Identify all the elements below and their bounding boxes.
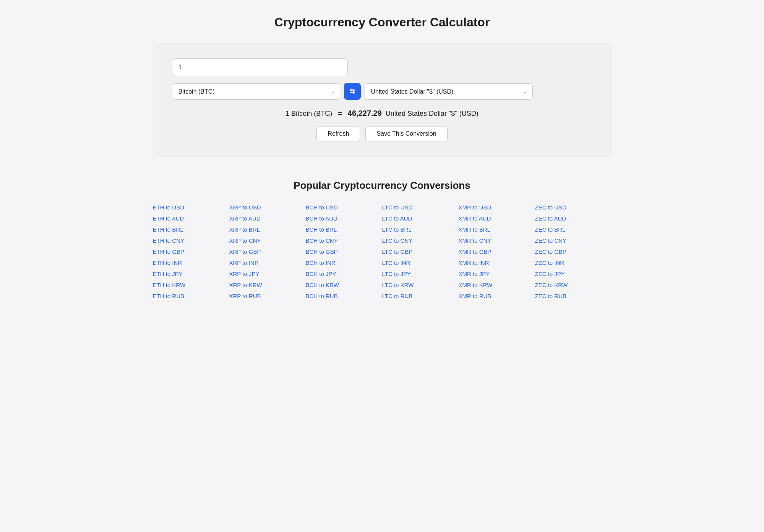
conversion-link[interactable]: XRP to CNY (229, 235, 306, 246)
conversion-link[interactable]: BCH to USD (306, 202, 382, 212)
conversion-link[interactable]: XMR to RUB (459, 291, 535, 301)
conversion-link[interactable]: LTC to BRL (382, 224, 459, 235)
conversion-link[interactable]: ZEC to BRL (535, 224, 612, 235)
conversion-link[interactable]: ZEC to RUB (535, 291, 612, 301)
conversion-link[interactable]: LTC to KRW (382, 280, 459, 290)
conversion-link[interactable]: XMR to USD (459, 202, 535, 212)
conversion-link[interactable]: XRP to BRL (229, 224, 306, 235)
result-from-text: 1 Bitcoin (BTC) (285, 110, 332, 117)
conversion-link[interactable]: ZEC to AUD (535, 213, 612, 224)
conversion-link[interactable]: LTC to JPY (382, 269, 459, 279)
conversion-link[interactable]: BCH to JPY (306, 269, 382, 279)
conversion-link[interactable]: ETH to USD (153, 202, 229, 212)
swap-button[interactable]: ⇆ (344, 83, 361, 100)
conversion-link[interactable]: BCH to INR (306, 258, 382, 268)
to-currency-select[interactable]: United States Dollar "$" (USD) (365, 83, 533, 100)
conversion-link[interactable]: ZEC to GBP (535, 247, 612, 257)
to-currency-wrapper: United States Dollar "$" (USD) ⌄ (365, 83, 533, 100)
conversion-link[interactable]: XRP to GBP (229, 247, 306, 257)
swap-icon: ⇆ (349, 87, 355, 96)
converter-card: Bitcoin (BTC) ⌄ ⇆ United States Dollar "… (153, 43, 612, 157)
from-currency-wrapper: Bitcoin (BTC) ⌄ (172, 83, 340, 100)
popular-section: Popular Cryptocurrency Conversions ETH t… (153, 180, 612, 301)
conversion-column-eth: ETH to USDETH to AUDETH to BRLETH to CNY… (153, 202, 229, 301)
conversion-link[interactable]: ETH to BRL (153, 224, 229, 235)
result-unit: United States Dollar "$" (USD) (384, 110, 479, 117)
result-row: 1 Bitcoin (BTC) = 46,227.29 United State… (172, 109, 592, 118)
conversion-link[interactable]: ETH to RUB (153, 291, 229, 301)
conversion-link[interactable]: ETH to GBP (153, 247, 229, 257)
conversion-link[interactable]: ETH to AUD (153, 213, 229, 224)
conversion-column-ltc: LTC to USDLTC to AUDLTC to BRLLTC to CNY… (382, 202, 459, 301)
page-title: Cryptocurrency Converter Calculator (23, 15, 741, 29)
conversion-link[interactable]: ETH to CNY (153, 235, 229, 246)
conversion-link[interactable]: BCH to BRL (306, 224, 382, 235)
conversion-link[interactable]: ZEC to INR (535, 258, 612, 268)
conversion-link[interactable]: ZEC to JPY (535, 269, 612, 279)
conversion-link[interactable]: XMR to CNY (459, 235, 535, 246)
conversion-link[interactable]: BCH to KRW (306, 280, 382, 290)
result-value: 46,227.29 (348, 109, 382, 117)
conversion-link[interactable]: ETH to KRW (153, 280, 229, 290)
conversion-link[interactable]: BCH to CNY (306, 235, 382, 246)
conversion-column-zec: ZEC to USDZEC to AUDZEC to BRLZEC to CNY… (535, 202, 612, 301)
result-equals: = (334, 110, 346, 117)
conversion-link[interactable]: XRP to JPY (229, 269, 306, 279)
from-currency-select[interactable]: Bitcoin (BTC) (172, 83, 340, 100)
conversion-link[interactable]: XMR to AUD (459, 213, 535, 224)
conversion-column-xmr: XMR to USDXMR to AUDXMR to BRLXMR to CNY… (459, 202, 535, 301)
selectors-row: Bitcoin (BTC) ⌄ ⇆ United States Dollar "… (172, 83, 592, 100)
conversion-link[interactable]: XRP to KRW (229, 280, 306, 290)
conversion-link[interactable]: ETH to INR (153, 258, 229, 268)
conversion-link[interactable]: XRP to RUB (229, 291, 306, 301)
conversion-link[interactable]: XMR to JPY (459, 269, 535, 279)
conversion-link[interactable]: LTC to CNY (382, 235, 459, 246)
conversion-link[interactable]: ETH to JPY (153, 269, 229, 279)
conversion-link[interactable]: ZEC to KRW (535, 280, 612, 290)
conversion-link[interactable]: BCH to AUD (306, 213, 382, 224)
refresh-button[interactable]: Refresh (316, 126, 360, 141)
conversion-link[interactable]: XRP to USD (229, 202, 306, 212)
conversion-link[interactable]: LTC to RUB (382, 291, 459, 301)
conversion-column-bch: BCH to USDBCH to AUDBCH to BRLBCH to CNY… (306, 202, 382, 301)
conversion-link[interactable]: LTC to GBP (382, 247, 459, 257)
conversion-link[interactable]: LTC to USD (382, 202, 459, 212)
conversion-link[interactable]: BCH to GBP (306, 247, 382, 257)
conversion-link[interactable]: XMR to INR (459, 258, 535, 268)
conversion-link[interactable]: ZEC to CNY (535, 235, 612, 246)
amount-input[interactable] (172, 58, 348, 76)
conversion-link[interactable]: XMR to BRL (459, 224, 535, 235)
conversion-link[interactable]: XRP to AUD (229, 213, 306, 224)
conversion-link[interactable]: ZEC to USD (535, 202, 612, 212)
conversion-link[interactable]: BCH to RUB (306, 291, 382, 301)
save-conversion-button[interactable]: Save This Conversion (365, 126, 447, 141)
conversions-grid: ETH to USDETH to AUDETH to BRLETH to CNY… (153, 202, 612, 301)
popular-title: Popular Cryptocurrency Conversions (153, 180, 612, 191)
conversion-column-xrp: XRP to USDXRP to AUDXRP to BRLXRP to CNY… (229, 202, 306, 301)
conversion-link[interactable]: XMR to GBP (459, 247, 535, 257)
conversion-link[interactable]: XMR to KRW (459, 280, 535, 290)
conversion-link[interactable]: LTC to AUD (382, 213, 459, 224)
conversion-link[interactable]: LTC to INR (382, 258, 459, 268)
actions-row: Refresh Save This Conversion (172, 126, 592, 141)
conversion-link[interactable]: XRP to INR (229, 258, 306, 268)
